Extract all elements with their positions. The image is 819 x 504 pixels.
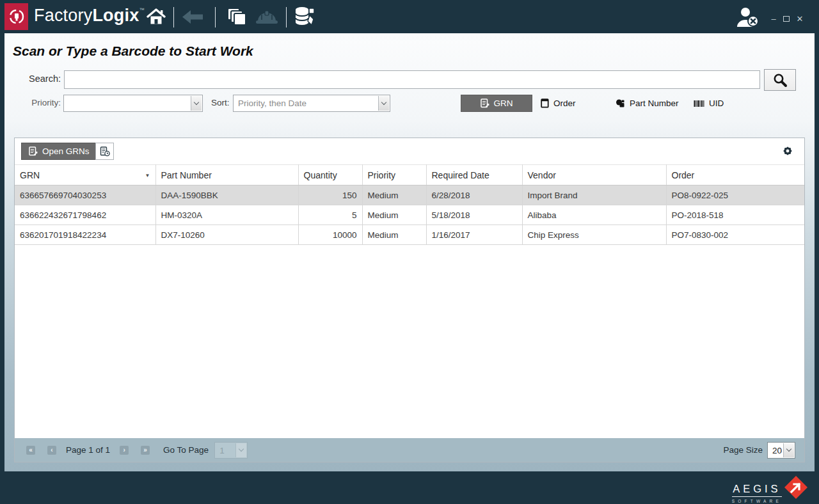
table-row[interactable]: 636657669704030253DAA-1590BBK150Medium6/… [15, 185, 804, 205]
priority-filter-label: Priority: [11, 98, 61, 107]
first-page-button[interactable]: « [26, 446, 35, 455]
sort-dropdown-value: Priority, then Date [238, 95, 377, 111]
search-icon [772, 72, 788, 88]
table-cell: 636657669704030253 [15, 185, 155, 205]
home-icon [147, 8, 166, 26]
column-header-label: Quantity [304, 170, 337, 180]
search-input[interactable] [64, 70, 760, 89]
maximize-button[interactable] [781, 14, 791, 24]
goto-page-value: 1 [219, 443, 234, 459]
table-cell: PO7-0830-002 [666, 225, 804, 245]
table-row[interactable]: 636622432671798462HM-0320A5Medium5/18/20… [15, 205, 804, 225]
recent-grns-button[interactable] [95, 143, 114, 160]
column-header-quantity[interactable]: Quantity [298, 165, 362, 185]
table-cell: Alibaba [522, 205, 666, 225]
goto-page-dropdown[interactable]: 1 [214, 442, 248, 459]
document-clock-icon [100, 146, 110, 157]
next-page-button[interactable]: › [120, 446, 129, 455]
uid-barcode-icon [694, 100, 704, 107]
dropdown-arrow-button[interactable] [783, 443, 794, 457]
chevron-down-icon [786, 446, 791, 452]
documents-button[interactable] [226, 7, 250, 27]
column-header-grn[interactable]: GRN▼ [15, 165, 155, 185]
table-cell: 10000 [298, 225, 362, 245]
page-size-dropdown[interactable]: 20 [767, 442, 795, 459]
mode-toggle-part-number[interactable]: Part Number [616, 95, 679, 112]
column-header-vendor[interactable]: Vendor [522, 165, 666, 185]
app-title: FactoryLogix™ [34, 6, 145, 26]
dropdown-arrow-button[interactable] [378, 96, 389, 111]
grid-toolbar: Open GRNs [15, 138, 804, 164]
open-grns-icon [29, 146, 38, 156]
table-cell: Medium [362, 205, 426, 225]
grn-document-icon [481, 98, 489, 108]
column-header-label: GRN [20, 170, 40, 180]
mode-toggle-uid[interactable]: UID [694, 95, 724, 112]
priority-dropdown[interactable] [63, 95, 203, 112]
table-cell: Medium [362, 225, 426, 245]
database-edit-icon [292, 6, 318, 28]
logo-circular-arrows-icon [8, 8, 26, 26]
aegis-brand-subtext: SOFTWARE [732, 499, 782, 503]
column-header-part-number[interactable]: Part Number [155, 165, 298, 185]
page-title: Scan or Type a Barcode to Start Work [13, 43, 253, 59]
grn-panel: Open GRNs GRN▼Par [14, 138, 805, 462]
gear-icon [782, 145, 793, 157]
dropdown-arrow-button [235, 443, 246, 457]
table-cell: 5/18/2018 [426, 205, 522, 225]
open-grns-button[interactable]: Open GRNs [21, 143, 97, 160]
table-cell: 150 [298, 185, 362, 205]
table-cell: HM-0320A [155, 205, 298, 225]
column-header-required-date[interactable]: Required Date [426, 165, 522, 185]
footer-bar: AEGIS SOFTWARE [0, 471, 819, 504]
order-document-icon [541, 98, 549, 108]
table-cell: Medium [362, 185, 426, 205]
logout-user-button[interactable] [736, 7, 761, 28]
mode-label: Part Number [630, 98, 679, 108]
column-header-label: Vendor [528, 170, 556, 180]
hard-hat-button[interactable] [255, 8, 279, 26]
mode-toggle-order[interactable]: Order [541, 95, 576, 112]
mode-label: GRN [494, 98, 513, 108]
table-cell: DAA-1590BBK [155, 185, 298, 205]
grid-settings-button[interactable] [781, 145, 794, 157]
last-page-button[interactable]: » [141, 446, 150, 455]
dropdown-arrow-button[interactable] [191, 96, 202, 111]
column-header-order[interactable]: Order [666, 165, 804, 185]
aegis-brand-text: AEGIS [732, 483, 782, 497]
table-cell: PO8-0922-025 [666, 185, 804, 205]
table-row[interactable]: 636201701918422234DX7-1026010000Medium1/… [15, 225, 804, 245]
main-content: Scan or Type a Barcode to Start Work Sea… [4, 33, 815, 471]
grn-table: GRN▼Part NumberQuantityPriorityRequired … [15, 164, 804, 438]
sort-dropdown[interactable]: Priority, then Date [233, 95, 390, 112]
search-label: Search: [11, 74, 61, 84]
stacked-pages-icon [226, 7, 250, 27]
chevron-down-icon [381, 100, 386, 105]
mode-toggle-grn[interactable]: GRN [461, 95, 532, 112]
maximize-icon [783, 16, 790, 22]
aegis-diamond-icon [783, 475, 809, 500]
close-button[interactable]: ✕ [795, 14, 805, 24]
column-header-label: Required Date [432, 170, 489, 180]
column-header-priority[interactable]: Priority [362, 165, 426, 185]
chevron-down-icon [194, 100, 199, 105]
table-cell: PO-2018-518 [666, 205, 804, 225]
database-edit-button[interactable] [292, 6, 318, 28]
table-cell: Import Brand [522, 185, 666, 205]
page-size-value: 20 [772, 443, 782, 459]
back-button[interactable] [181, 9, 204, 25]
page-size-label: Page Size [723, 445, 763, 455]
mode-label: Order [553, 98, 576, 108]
minimize-button[interactable]: – [768, 14, 779, 24]
table-cell: Chip Express [522, 225, 666, 245]
goto-page-label: Go To Page [163, 445, 209, 455]
part-number-icon [616, 98, 625, 108]
divider [173, 7, 174, 28]
page-indicator: Page 1 of 1 [66, 445, 110, 455]
table-cell: 5 [298, 205, 362, 225]
table-cell: 6/28/2018 [426, 185, 522, 205]
home-button[interactable] [147, 8, 166, 26]
previous-page-button[interactable]: ‹ [47, 446, 56, 455]
search-button[interactable] [764, 69, 796, 91]
factorylogix-logo [4, 3, 28, 30]
